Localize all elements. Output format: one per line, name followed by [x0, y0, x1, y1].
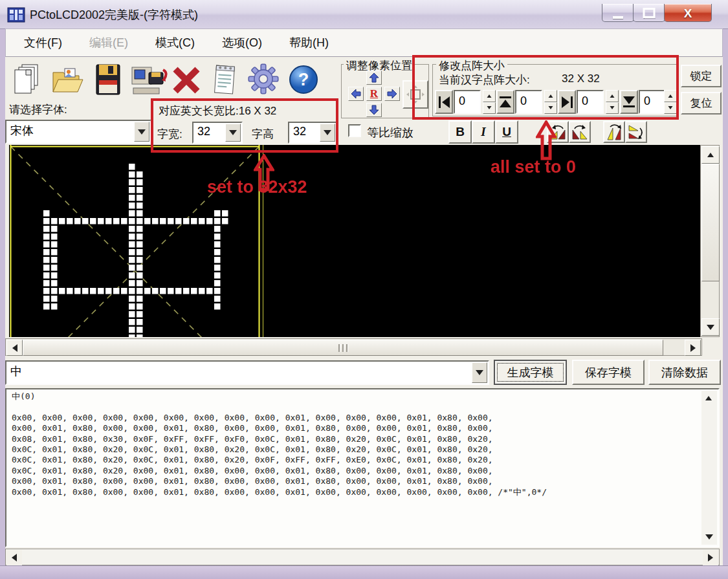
scroll-up-icon [705, 396, 712, 400]
output-textarea[interactable]: 中(0) 0x00, 0x00, 0x00, 0x00, 0x00, 0x00,… [5, 388, 720, 547]
center-fit-button[interactable] [403, 80, 428, 109]
shrink-left-button[interactable] [435, 90, 453, 114]
canvas-vscroll-thumb[interactable] [701, 164, 720, 281]
char-width-combo[interactable]: 32 [192, 122, 243, 144]
rotate-right-icon [571, 123, 589, 141]
underline-button[interactable]: U [495, 120, 518, 144]
gear-icon [247, 62, 280, 96]
output-hex-line: 0x08, 0x01, 0x80, 0x30, 0x0F, 0xFF, 0xFF… [12, 434, 699, 444]
char-width-dropdown-button[interactable] [225, 124, 241, 142]
menu-help[interactable]: 帮助(H) [280, 32, 338, 53]
spin-down-button[interactable] [606, 102, 619, 115]
clear-data-button[interactable]: 清除数据 [648, 360, 721, 385]
scroll-left-button[interactable] [6, 550, 22, 565]
lock-button[interactable]: 锁定 [681, 65, 722, 87]
font-select-dropdown-button[interactable] [134, 122, 149, 142]
char-width-value: 32 [193, 123, 225, 142]
output-hex-line: 0x00, 0x00, 0x00, 0x00, 0x00, 0x00, 0x00… [12, 413, 699, 423]
top-edge-icon [500, 96, 511, 107]
delete-button[interactable] [170, 63, 203, 97]
rotate-left-button[interactable] [547, 121, 569, 143]
menu-mode[interactable]: 模式(C) [146, 32, 204, 53]
app-window: PCtoLCD2002完美版-(字符模式) X 文件(F) 编辑(E) 模式(C… [0, 0, 728, 579]
open-file-button[interactable] [48, 62, 85, 98]
char-height-dropdown-button[interactable] [320, 124, 335, 142]
spin-down-icon [549, 106, 553, 109]
shrink-bottom-button[interactable] [620, 90, 638, 114]
scroll-up-button[interactable] [701, 146, 720, 164]
new-file-button[interactable] [8, 61, 43, 97]
spin-up-icon [549, 94, 553, 98]
scroll-left-button[interactable] [6, 340, 23, 356]
arrow-down-icon [369, 105, 379, 115]
shrink-top-button[interactable] [496, 90, 514, 114]
canvas-hscroll-thumb[interactable] [23, 340, 663, 356]
left-offset-field[interactable]: 0 [454, 90, 481, 114]
minimize-button[interactable] [602, 4, 634, 22]
flip-horizontal-button[interactable] [625, 121, 647, 143]
save-button[interactable] [92, 61, 124, 98]
output-hex-line: 0x0C, 0x01, 0x80, 0x20, 0x00, 0x01, 0x80… [12, 466, 699, 476]
spin-up-button[interactable] [483, 90, 496, 102]
left-offset-spinner[interactable] [483, 90, 496, 114]
proportional-scale-checkbox[interactable] [348, 124, 361, 137]
spin-up-button[interactable] [544, 90, 557, 102]
move-up-button[interactable] [366, 71, 382, 85]
flip-vertical-button[interactable] [603, 121, 625, 143]
save-as-button[interactable] [128, 62, 170, 98]
settings-button[interactable] [246, 61, 281, 97]
notes-button[interactable] [207, 61, 241, 98]
bold-button[interactable]: B [448, 120, 472, 144]
save-model-button[interactable]: 保存字模 [572, 360, 645, 385]
move-left-button[interactable] [348, 87, 364, 101]
top-offset-field[interactable]: 0 [515, 90, 542, 114]
reset-position-button[interactable]: R [366, 87, 382, 101]
move-down-button[interactable] [366, 103, 382, 117]
close-button[interactable]: X [664, 4, 712, 22]
delete-x-icon [171, 65, 201, 95]
spin-down-button[interactable] [483, 102, 496, 115]
maximize-button[interactable] [633, 4, 665, 22]
spin-up-button[interactable] [606, 90, 619, 102]
canvas-horizontal-scrollbar[interactable] [5, 338, 702, 356]
generate-button[interactable]: 生成字模 [494, 360, 567, 385]
rotate-right-button[interactable] [569, 121, 591, 143]
menu-file[interactable]: 文件(F) [15, 32, 71, 53]
output-vertical-scrollbar[interactable] [701, 391, 717, 545]
spin-up-button[interactable] [664, 90, 677, 102]
bottom-offset-spinner[interactable] [664, 90, 677, 114]
chevron-down-icon [229, 130, 237, 135]
spin-down-button[interactable] [544, 102, 557, 115]
scroll-right-button[interactable] [703, 550, 718, 565]
font-select-label: 请选择字体: [9, 102, 67, 117]
reset-button[interactable]: 复位 [681, 92, 722, 115]
font-select-combo[interactable]: 宋体 [5, 120, 151, 144]
arrow-left-icon [351, 89, 361, 99]
help-icon: ? [287, 63, 320, 96]
bottom-offset-field[interactable]: 0 [639, 90, 666, 114]
spin-down-button[interactable] [664, 102, 677, 115]
scroll-grip-icon [23, 340, 663, 355]
top-offset-spinner[interactable] [544, 90, 557, 114]
char-input-value[interactable]: 中 [6, 362, 471, 384]
right-offset-field[interactable]: 0 [577, 90, 604, 114]
shrink-right-button[interactable] [558, 90, 576, 114]
menu-edit[interactable]: 编辑(E) [80, 32, 137, 53]
scroll-right-button[interactable] [685, 340, 701, 356]
scroll-down-button[interactable] [701, 318, 720, 336]
flip-horizontal-icon [627, 123, 645, 141]
output-horizontal-scrollbar[interactable] [5, 549, 720, 565]
move-right-button[interactable] [384, 87, 400, 101]
dot-matrix-canvas[interactable] [9, 145, 700, 337]
char-height-combo[interactable]: 32 [288, 122, 337, 144]
italic-button[interactable]: I [472, 120, 495, 144]
help-button[interactable]: ? [286, 62, 321, 97]
open-folder-icon [49, 63, 84, 97]
right-offset-spinner[interactable] [606, 90, 619, 114]
canvas-vertical-scrollbar[interactable] [700, 145, 720, 337]
menu-options[interactable]: 选项(O) [213, 32, 271, 53]
char-input-dropdown-button[interactable] [472, 362, 487, 383]
char-input-combo[interactable]: 中 [5, 360, 489, 385]
char-height-label: 字高 [252, 127, 274, 142]
chevron-down-icon [476, 370, 483, 375]
